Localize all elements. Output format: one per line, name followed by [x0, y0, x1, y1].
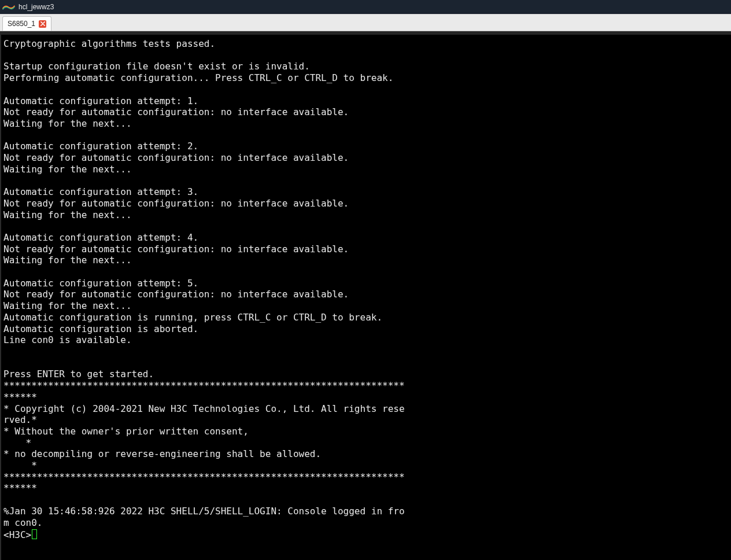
window-title: hcl_jewwz3 — [19, 3, 54, 11]
terminal-prompt: <H3C> — [3, 529, 31, 540]
titlebar: hcl_jewwz3 — [0, 0, 731, 14]
terminal-cursor — [32, 529, 37, 539]
tab-label: S6850_1 — [8, 20, 35, 28]
terminal-border — [0, 35, 1, 560]
terminal-text: Cryptographic algorithms tests passed. S… — [3, 38, 405, 528]
close-icon[interactable] — [39, 20, 46, 28]
app-logo-icon — [2, 2, 15, 12]
terminal-pane[interactable]: Cryptographic algorithms tests passed. S… — [0, 31, 731, 560]
terminal-output[interactable]: Cryptographic algorithms tests passed. S… — [2, 35, 731, 560]
tab-s6850-1[interactable]: S6850_1 — [2, 16, 51, 31]
tabbar: S6850_1 — [0, 14, 731, 31]
